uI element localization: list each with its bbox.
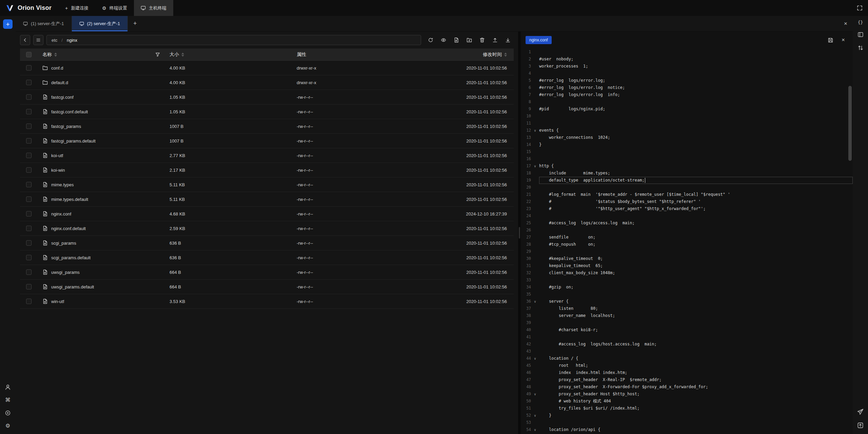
editor-scrollbar-thumb[interactable] — [848, 86, 852, 161]
code-line[interactable]: 29 — [521, 248, 853, 255]
code-text[interactable]: #pid logs/nginx.pid; — [539, 106, 853, 113]
file-row[interactable]: fastcgi.conf.default 1.05 KB -rw-r--r-- … — [20, 105, 514, 119]
user-icon[interactable] — [5, 384, 11, 390]
code-line[interactable]: 42 #access_log logs/host.access.log main… — [521, 341, 853, 348]
editor-file-tab[interactable]: nginx.conf — [526, 36, 552, 44]
code-text[interactable] — [539, 248, 853, 255]
code-line[interactable]: 12∨events { — [521, 127, 853, 134]
file-name[interactable]: mime.types — [51, 182, 74, 187]
add-tab-button[interactable]: + — [128, 16, 142, 31]
column-header-mtime[interactable]: 修改时间 — [441, 52, 514, 58]
code-line[interactable]: 33 — [521, 277, 853, 284]
braces-icon[interactable]: {} — [858, 20, 863, 24]
file-name[interactable]: uwsgi_params.default — [51, 284, 94, 289]
code-text[interactable]: try_files $uri $uri/ /index.html; — [539, 405, 853, 412]
row-checkbox[interactable] — [26, 109, 32, 114]
code-text[interactable]: server_name localhost; — [539, 312, 853, 319]
code-text[interactable]: worker_processes 1; — [539, 63, 853, 70]
file-row[interactable]: scgi_params 636 B -rw-r--r-- 2020-11-01 … — [20, 236, 514, 250]
panel-toggle-icon[interactable] — [857, 32, 864, 38]
code-line[interactable]: 28 #tcp_nopush on; — [521, 241, 853, 248]
row-checkbox[interactable] — [26, 167, 32, 173]
new-tab-button[interactable]: + — [3, 19, 13, 29]
code-line[interactable]: 3worker_processes 1; — [521, 63, 853, 70]
code-text[interactable]: # '"$http_user_agent" "$http_x_forwarded… — [539, 205, 853, 212]
upload-icon[interactable] — [489, 35, 501, 45]
code-line[interactable]: 50 # web history 模式 404 — [521, 398, 853, 405]
file-row[interactable]: mime.types.default 5.11 KB -rw-r--r-- 20… — [20, 192, 514, 207]
code-text[interactable]: location /orion/api { — [539, 426, 853, 433]
code-text[interactable]: } — [539, 412, 853, 419]
row-checkbox[interactable] — [26, 153, 32, 158]
code-text[interactable]: default_type application/octet-stream; — [539, 177, 853, 184]
fold-chevron-icon[interactable]: ∨ — [531, 165, 539, 168]
row-checkbox[interactable] — [26, 240, 32, 246]
file-row[interactable]: conf.d 4.00 KB drwxr-xr-x 2020-11-01 10:… — [20, 61, 514, 75]
code-line[interactable]: 41 — [521, 334, 853, 341]
row-checkbox[interactable] — [26, 138, 32, 144]
code-text[interactable] — [539, 319, 853, 326]
row-checkbox[interactable] — [26, 65, 32, 71]
code-line[interactable]: 2#user nobody; — [521, 56, 853, 63]
code-line[interactable]: 44∨ location / { — [521, 355, 853, 362]
code-line[interactable]: 13 worker_connections 1024; — [521, 134, 853, 141]
menu-host-terminal[interactable]: 主机终端 — [134, 0, 173, 16]
row-checkbox[interactable] — [26, 211, 32, 216]
delete-trash-icon[interactable] — [476, 35, 488, 45]
code-text[interactable]: #access_log logs/host.access.log main; — [539, 341, 853, 348]
code-text[interactable]: sendfile on; — [539, 234, 853, 241]
code-text[interactable]: client_max_body_size 1048m; — [539, 269, 853, 277]
code-line[interactable]: 22 # '$status $body_bytes_sent "$http_re… — [521, 198, 853, 205]
code-text[interactable]: #keepalive_timeout 0; — [539, 255, 853, 262]
new-file-icon[interactable] — [451, 35, 462, 45]
code-line[interactable]: 21 #log_format main '$remote_addr - $rem… — [521, 191, 853, 198]
file-name[interactable]: uwsgi_params — [51, 270, 80, 275]
code-text[interactable]: # web history 模式 404 — [539, 398, 853, 405]
sort-carets-icon[interactable] — [504, 53, 507, 57]
fullscreen-icon[interactable] — [851, 0, 868, 16]
export-box-icon[interactable] — [857, 422, 864, 429]
code-line[interactable]: 24 — [521, 212, 853, 220]
code-text[interactable]: #user nobody; — [539, 56, 853, 63]
download-icon[interactable] — [502, 35, 514, 45]
code-text[interactable]: #error_log logs/error.log info; — [539, 91, 853, 98]
code-text[interactable] — [539, 113, 853, 120]
code-line[interactable]: 4 — [521, 70, 853, 77]
code-line[interactable]: 31 keepalive_timeout 65; — [521, 262, 853, 269]
code-text[interactable]: #gzip on; — [539, 284, 853, 291]
file-name[interactable]: default.d — [51, 80, 68, 85]
file-name[interactable]: nginx.conf.default — [51, 226, 86, 231]
code-line[interactable]: 51 try_files $uri $uri/ /index.html; — [521, 405, 853, 412]
code-text[interactable]: #log_format main '$remote_addr - $remote… — [539, 191, 853, 198]
settings-icon[interactable]: ⚙ — [5, 423, 10, 429]
code-line[interactable]: 8 — [521, 98, 853, 106]
code-line[interactable]: 35 — [521, 291, 853, 298]
fold-chevron-icon[interactable]: ∨ — [531, 300, 539, 303]
row-checkbox[interactable] — [26, 226, 32, 231]
code-text[interactable] — [539, 184, 853, 191]
code-text[interactable] — [539, 212, 853, 220]
code-text[interactable]: #tcp_nopush on; — [539, 241, 853, 248]
code-line[interactable]: 52∨ } — [521, 412, 853, 419]
code-text[interactable] — [539, 291, 853, 298]
file-row[interactable]: fastcgi_params.default 1007 B -rw-r--r--… — [20, 134, 514, 148]
code-line[interactable]: 11 — [521, 120, 853, 127]
file-name[interactable]: koi-win — [51, 168, 65, 173]
code-text[interactable]: #charset koi8-r; — [539, 326, 853, 334]
row-checkbox[interactable] — [26, 80, 32, 85]
code-line[interactable]: 15 — [521, 148, 853, 155]
code-text[interactable] — [539, 227, 853, 234]
code-line[interactable]: 17∨http { — [521, 163, 853, 170]
code-line[interactable]: 43 — [521, 348, 853, 355]
code-line[interactable]: 20 — [521, 184, 853, 191]
code-line[interactable]: 39 — [521, 319, 853, 326]
code-line[interactable]: 49∨ proxy_set_header Host $http_host; — [521, 391, 853, 398]
save-icon[interactable] — [826, 35, 835, 45]
code-line[interactable]: 37 listen 80; — [521, 305, 853, 312]
file-name[interactable]: koi-utf — [51, 153, 63, 158]
code-text[interactable] — [539, 277, 853, 284]
code-line[interactable]: 14} — [521, 141, 853, 148]
code-line[interactable]: 25 #access_log logs/access.log main; — [521, 220, 853, 227]
fold-chevron-icon[interactable]: ∨ — [531, 428, 539, 432]
code-text[interactable]: listen 80; — [539, 305, 853, 312]
